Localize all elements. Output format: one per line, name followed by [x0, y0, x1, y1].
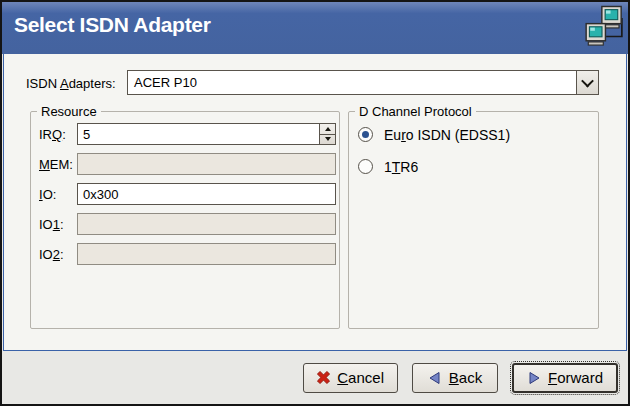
- cancel-x-icon: [317, 371, 330, 384]
- dialog-header: Select ISDN Adapter: [2, 2, 628, 54]
- irq-spinner: [319, 123, 336, 145]
- page-title: Select ISDN Adapter: [14, 13, 211, 37]
- radio-unselected-icon[interactable]: [358, 159, 373, 174]
- combo-dropdown-button[interactable]: [576, 70, 599, 95]
- d-channel-protocol-title: D Channel Protocol: [355, 104, 476, 119]
- forward-button-label: Forward: [548, 369, 603, 386]
- isdn-adapter-value[interactable]: ACER P10: [127, 70, 576, 95]
- mem-label: MEM:: [39, 157, 73, 172]
- irq-label: IRQ:: [39, 127, 66, 142]
- spin-down-button[interactable]: [320, 135, 335, 145]
- radio-euro-isdn-label: Euro ISDN (EDSS1): [384, 127, 510, 143]
- mem-input: [77, 153, 336, 175]
- isdn-adapters-label: ISDN Adapters:: [26, 76, 116, 91]
- spin-up-icon: [325, 127, 331, 131]
- spin-up-button[interactable]: [320, 124, 335, 135]
- dialog-select-isdn-adapter: Select ISDN Adapter ISDN Adapters: ACER …: [0, 0, 630, 406]
- io2-label: IO2:: [39, 247, 64, 262]
- back-button[interactable]: Back: [412, 363, 498, 393]
- isdn-adapter-combobox[interactable]: ACER P10: [127, 70, 599, 95]
- cancel-button-label: Cancel: [337, 369, 384, 386]
- content-panel: ISDN Adapters: ACER P10 Resource IRQ: 5: [3, 54, 627, 351]
- io2-input: [77, 243, 336, 265]
- forward-arrow-icon: [527, 371, 541, 385]
- io1-input: [77, 213, 336, 235]
- forward-button[interactable]: Forward: [512, 363, 618, 393]
- button-bar: Cancel Back Forward: [2, 351, 628, 404]
- resource-group: Resource IRQ: 5 MEM: IO: 0x300 IO1:: [30, 111, 340, 329]
- io1-label: IO1:: [39, 217, 64, 232]
- chevron-down-icon: [581, 75, 594, 88]
- back-button-label: Back: [449, 369, 482, 386]
- io-label: IO:: [39, 187, 56, 202]
- spin-down-icon: [325, 137, 331, 141]
- irq-spinbutton[interactable]: 5: [77, 123, 336, 145]
- back-arrow-icon: [428, 371, 442, 385]
- network-computers-icon: [584, 5, 624, 48]
- irq-input[interactable]: 5: [77, 123, 319, 145]
- d-channel-protocol-group: D Channel Protocol Euro ISDN (EDSS1) 1TR…: [348, 111, 599, 329]
- radio-1tr6-label: 1TR6: [384, 159, 418, 175]
- radio-selected-icon[interactable]: [358, 127, 373, 142]
- cancel-button[interactable]: Cancel: [303, 363, 398, 393]
- resource-group-title: Resource: [37, 104, 101, 119]
- io-input[interactable]: 0x300: [77, 183, 336, 205]
